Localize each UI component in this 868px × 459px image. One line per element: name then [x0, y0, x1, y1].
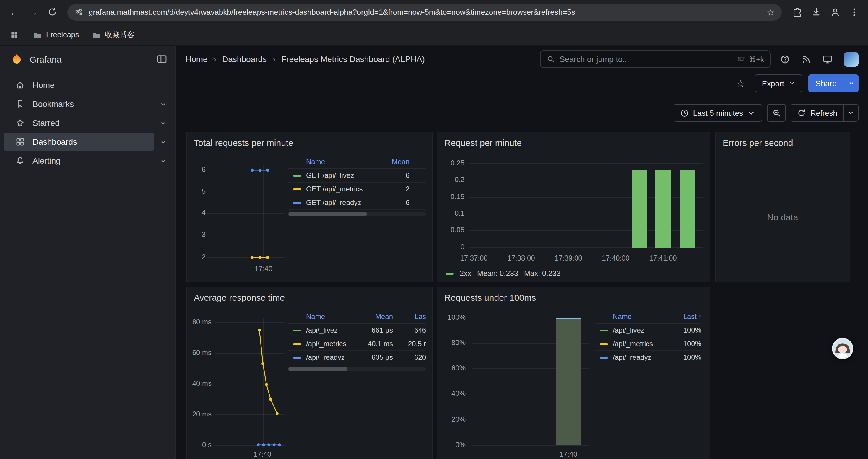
- browser-window: ← → grafana.mathmast.com/d/deytv4rwavabk…: [0, 0, 868, 459]
- browser-menu-icon[interactable]: [845, 4, 862, 21]
- sidebar-item-home[interactable]: Home: [0, 76, 176, 95]
- folder-icon: [33, 30, 42, 39]
- zoom-out-button[interactable]: [767, 104, 786, 122]
- series-label[interactable]: 2xx: [460, 269, 471, 277]
- dock-menu-icon[interactable]: [157, 54, 167, 64]
- bookmark-label: 收藏博客: [105, 30, 134, 40]
- grafana-header: Home › Dashboards › Freeleaps Metrics Da…: [176, 46, 868, 72]
- series-label[interactable]: /api/_livez: [613, 326, 663, 334]
- panel-title[interactable]: Total requests per minute: [187, 132, 432, 148]
- brand-title: Grafana: [30, 54, 151, 64]
- share-dropdown-chevron-icon[interactable]: [844, 74, 859, 92]
- legend-header-name[interactable]: Name: [306, 157, 369, 166]
- series-label[interactable]: /api/_readyz: [613, 353, 663, 362]
- time-range-picker[interactable]: Last 5 minutes: [674, 104, 763, 122]
- series-label[interactable]: /api/_livez: [306, 326, 351, 334]
- legend-scrollbar[interactable]: [288, 367, 426, 371]
- back-icon[interactable]: ←: [6, 4, 23, 21]
- grafana-logo-icon[interactable]: [9, 52, 24, 66]
- series-label[interactable]: /api/_metrics: [613, 340, 663, 348]
- panel-title[interactable]: Errors per second: [716, 132, 850, 148]
- legend-table: Name Mean GET /api/_livez 6 GET /api/_me…: [288, 155, 426, 216]
- legend-scrollbar[interactable]: [288, 212, 426, 216]
- legend-row: GET /api/_livez 6: [288, 169, 426, 183]
- legend-header-mean[interactable]: Mean: [369, 157, 426, 166]
- bookmark-star-icon[interactable]: ☆: [767, 7, 775, 18]
- refresh-interval-chevron-icon[interactable]: [843, 104, 858, 121]
- assistant-avatar-widget[interactable]: [832, 338, 853, 359]
- series-label[interactable]: GET /api/_readyz: [306, 198, 369, 207]
- search-input[interactable]: Search or jump to... ⌘+k: [540, 50, 771, 68]
- monitor-icon[interactable]: [823, 54, 833, 64]
- favorite-star-icon[interactable]: ☆: [733, 75, 749, 92]
- share-label[interactable]: Share: [808, 74, 844, 92]
- series-dash: [445, 273, 454, 274]
- grid-icon: [16, 137, 25, 146]
- series-dash: [293, 188, 301, 190]
- series-last-value: 646: [393, 326, 426, 334]
- folder-icon: [92, 30, 101, 39]
- series-last-value: 100%: [663, 340, 701, 348]
- y-axis-tick: 40 ms: [188, 379, 212, 388]
- series-label[interactable]: GET /api/_metrics: [306, 185, 369, 193]
- search-icon: [547, 55, 555, 63]
- x-axis-tick: 17:39:00: [550, 254, 587, 262]
- apps-grid-icon[interactable]: [8, 29, 20, 41]
- panel-requests-under-100ms: Requests under 100ms 100% 80% 60% 40%: [437, 287, 710, 459]
- panel-title[interactable]: Request per minute: [437, 132, 710, 148]
- legend-row: /api/_readyz 100%: [595, 351, 701, 364]
- legend-row: /api/_livez 100%: [595, 324, 701, 337]
- share-button[interactable]: Share: [808, 74, 859, 92]
- sidebar-item-bookmarks[interactable]: Bookmarks: [0, 95, 176, 113]
- bookmark-item[interactable]: 收藏博客: [92, 30, 134, 40]
- downloads-icon[interactable]: [808, 4, 824, 21]
- panel-title[interactable]: Requests under 100ms: [437, 287, 710, 302]
- legend-header-mean[interactable]: Mean: [351, 312, 393, 321]
- sidebar-item-starred[interactable]: Starred: [0, 113, 176, 132]
- breadcrumb-dashboards[interactable]: Dashboards: [222, 54, 267, 64]
- series-label[interactable]: /api/_metrics: [306, 340, 351, 348]
- y-axis-tick: 0: [438, 243, 464, 251]
- y-axis-tick: 4: [189, 208, 206, 217]
- legend-header-last[interactable]: Last *: [663, 312, 701, 321]
- user-avatar[interactable]: [844, 52, 859, 66]
- panel-title[interactable]: Average response time: [187, 287, 432, 302]
- chevron-down-icon[interactable]: [159, 100, 167, 108]
- chevron-down-icon: [788, 80, 795, 87]
- url-text[interactable]: grafana.mathmast.com/d/deytv4rwavabkb/fr…: [89, 8, 761, 17]
- y-axis-tick: 80 ms: [188, 318, 212, 326]
- y-axis-tick: 20 ms: [188, 410, 212, 418]
- legend-table: Name Last * /api/_livez 100% /api/_metri…: [595, 309, 701, 364]
- extensions-icon[interactable]: [789, 4, 805, 21]
- news-rss-icon[interactable]: [801, 54, 811, 64]
- series-last-value: 100%: [663, 326, 701, 334]
- legend-row: GET /api/_readyz 6: [288, 196, 426, 210]
- hotkey-label: ⌘+k: [749, 55, 764, 64]
- reload-icon[interactable]: [44, 4, 60, 21]
- bookmark-item[interactable]: Freeleaps: [33, 30, 79, 39]
- legend-header-last[interactable]: Las: [393, 312, 426, 321]
- chevron-down-icon[interactable]: [159, 119, 167, 127]
- chevron-down-icon[interactable]: [159, 157, 167, 165]
- refresh-button[interactable]: Refresh: [791, 104, 859, 122]
- legend-header-name[interactable]: Name: [613, 312, 663, 321]
- refresh-label: Refresh: [810, 108, 837, 117]
- legend-header-name[interactable]: Name: [306, 312, 351, 321]
- breadcrumb-home[interactable]: Home: [186, 54, 208, 64]
- sidebar-item-dashboards[interactable]: Dashboards: [0, 132, 176, 151]
- legend-bottom: 2xx Mean: 0.233 Max: 0.233: [445, 269, 561, 277]
- chevron-down-icon: [747, 108, 756, 117]
- export-button[interactable]: Export: [755, 74, 802, 92]
- url-bar[interactable]: grafana.mathmast.com/d/deytv4rwavabkb/fr…: [67, 4, 782, 21]
- series-label[interactable]: /api/_readyz: [306, 353, 351, 362]
- chevron-down-icon[interactable]: [159, 138, 167, 145]
- series-dash: [600, 329, 608, 331]
- sidebar-item-alerting[interactable]: Alerting: [0, 151, 176, 170]
- help-icon[interactable]: [780, 54, 790, 64]
- site-settings-icon[interactable]: [74, 8, 83, 17]
- browser-profile-icon[interactable]: [827, 4, 843, 21]
- x-axis-tick: 17:40: [248, 265, 279, 273]
- sidebar-nav: Home Bookmarks Starred Dashboards: [0, 72, 176, 170]
- forward-icon[interactable]: →: [25, 4, 41, 21]
- series-label[interactable]: GET /api/_livez: [306, 171, 369, 179]
